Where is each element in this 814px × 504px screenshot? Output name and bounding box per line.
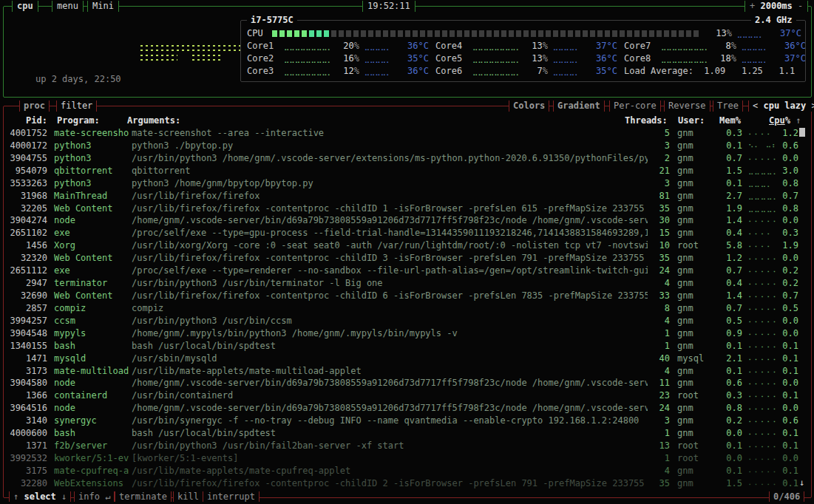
list-position-indicator: 0/406 [769,491,804,502]
process-threads: 5 [648,127,670,140]
process-arguments: /proc/self/exe --type=renderer --no-sand… [132,265,648,277]
filter-button[interactable]: filter [56,101,97,112]
mini-mode-button[interactable]: Mini [87,1,119,12]
sort-column-value: cpu lazy [763,101,806,111]
process-row[interactable]: 1371f2b/server/usr/bin/python3 /usr/bin/… [4,440,807,452]
sort-prev-icon[interactable]: < [753,101,758,111]
process-user: gnm [677,340,717,353]
select-down-icon[interactable]: ↓ [61,491,67,502]
sort-next-icon[interactable]: > [812,101,814,111]
cpu-meter-block [390,30,396,37]
process-row[interactable]: 1471mysqld/usr/sbin/mysqld40mysql2.1⠄⠄⠄⠄… [4,353,807,365]
process-row[interactable]: 4001752mate-screenshomate-screenshot --a… [4,127,807,140]
process-row[interactable]: 954079qbittorrentqbittorrent21gnm1.5⣀⣀⣀⣀… [4,165,807,177]
process-mem-graph: ⠄⠄⠄⠄⠄ [748,327,778,340]
process-program: bash [54,340,129,353]
core-usage-meter [472,52,523,65]
process-row[interactable]: 4000172python3python3 ./bpytop.py3gnm0.1… [4,140,807,152]
process-row[interactable]: 32205Web Content/usr/lib/firefox/firefox… [4,202,807,215]
process-row[interactable]: 32690Web Content/usr/lib/firefox/firefox… [4,290,807,302]
update-interval-control[interactable]: + 2000ms - [745,1,808,12]
process-row[interactable]: 2651112exe/proc/self/exe --type=renderer… [4,265,807,277]
cpu-box-tab[interactable]: cpu [12,1,38,12]
colors-button[interactable]: Colors [509,101,549,112]
column-header-cpu[interactable]: Cpu% ↑ [769,115,801,126]
process-mem-graph: ⣀⣀⣀⣀⡀ [748,190,778,202]
process-row[interactable]: 1366containerd/usr/bin/containerd23root0… [4,389,807,402]
process-row[interactable]: 32280WebExtensions/usr/lib/firefox/firef… [4,477,807,490]
process-cpu-percent: 0.1 [778,340,798,353]
cpu-meter-block [464,30,469,37]
cpu-meter-block [671,30,676,37]
process-cpu-percent: 0.1 [778,353,798,365]
cpu-total-percent: 13 [707,27,732,40]
process-user: root [677,389,717,402]
process-row[interactable]: 32320Web Content/usr/lib/firefox/firefox… [4,252,807,265]
process-program: qbittorrent [54,165,129,177]
core-percent: 13 [523,52,548,65]
process-program: kworker/5:1-ev [54,452,129,465]
process-arguments: /usr/lib/mate-applets/mate-cpufreq-apple… [132,465,648,477]
process-user: gnm [677,177,717,190]
core-temp: 36°C [396,40,429,52]
core-percent: 13 [523,40,548,52]
process-row[interactable]: 3533263python3python3 /home/gnm/bpytop/b… [4,177,807,190]
process-row[interactable]: 2651102exe/proc/self/exe --type=gpu-proc… [4,227,807,239]
cpu-meter-block [435,30,440,37]
core-cell: Core12036°C [247,40,435,52]
core-cell: Core6735°C [435,65,624,78]
gradient-button[interactable]: Gradient [553,101,605,112]
process-row[interactable]: 3904548mypyls/home/gnm/.mypyls/bin/pytho… [4,327,807,340]
kill-button[interactable]: kill [173,491,203,502]
tab-proc[interactable]: proc [19,101,50,112]
process-mem-percent: 0.4 [717,227,742,239]
process-threads: 2 [648,152,670,165]
process-mem-percent: 0.4 [717,277,742,290]
process-program: exe [54,265,129,277]
process-arguments: /usr/bin/synergyc -f --no-tray --debug I… [132,415,648,427]
process-program: node [54,377,129,389]
process-row[interactable]: 3175mate-cpufreq-a/usr/lib/mate-applets/… [4,465,807,477]
terminate-button[interactable]: terminate [115,491,172,502]
cpu-meter-block [494,30,499,37]
process-row[interactable]: 3173mate-multiload/usr/lib/mate-applets/… [4,365,807,378]
info-button[interactable]: info ↵ [74,491,115,502]
process-threads: 4 [648,277,670,290]
menu-button[interactable]: menu [52,1,84,12]
process-row[interactable]: 2857compizcompiz8gnm0.7⠄⠄⠄⠄⠄0.5 [4,302,807,315]
cpu-meter-block [627,30,632,37]
scrollbar-thumb[interactable] [799,128,805,137]
reverse-button[interactable]: Reverse [664,101,710,112]
interval-decrease[interactable]: - [798,1,803,11]
process-program: terminator [54,277,129,290]
process-row[interactable]: 31968MainThread/usr/lib/firefox/firefox8… [4,190,807,202]
process-row[interactable]: 4000600bashbash /usr/local/bin/spdtest1g… [4,427,807,440]
process-cpu-percent: 0.0 [778,152,798,165]
process-row[interactable]: 3992532kworker/5:1-ev[kworker/5:1-events… [4,452,807,465]
process-threads: 40 [648,353,670,365]
per-core-button[interactable]: Per-core [609,101,661,112]
process-row[interactable]: 3994257ccsm/usr/bin/python3 /usr/bin/ccs… [4,315,807,327]
process-row[interactable]: 3904274node/home/gnm/.vscode-server/bin/… [4,214,807,227]
cpu-meter-block [294,30,299,37]
select-up-icon[interactable]: ↑ [13,491,18,502]
select-control[interactable]: ↑ select ↓ [9,491,71,502]
core-label: Core5 [435,52,472,65]
process-cpu-percent: 0.0 [778,327,798,340]
process-row[interactable]: 3904755python3/usr/bin/python3 /home/gnm… [4,152,807,165]
interval-increase[interactable]: + [750,1,755,11]
process-row[interactable]: 3140synergyc/usr/bin/synergyc -f --no-tr… [4,415,807,427]
process-row[interactable]: 3964516node/home/gnm/.vscode-server/bin/… [4,402,807,415]
process-threads: 1 [648,340,670,353]
process-row[interactable]: 1340155bashbash /usr/local/bin/spdtest1g… [4,340,807,353]
process-arguments: compiz [132,302,648,315]
process-row[interactable]: 2947terminator/usr/bin/python3 /usr/bin/… [4,277,807,290]
tree-button[interactable]: Tree [713,101,743,112]
process-row[interactable]: 3904580node/home/gnm/.vscode-server/bin/… [4,377,807,389]
process-row[interactable]: 1456Xorg/usr/lib/xorg/Xorg -core :0 -sea… [4,239,807,252]
core-percent: 18 [711,52,736,65]
sort-column-selector[interactable]: < cpu lazy > [748,101,814,112]
cpu-meter-block [560,30,566,37]
interrupt-button[interactable]: interrupt [203,491,260,502]
process-mem-graph: ⠄⠄⠄⠄⠄ [748,290,778,302]
